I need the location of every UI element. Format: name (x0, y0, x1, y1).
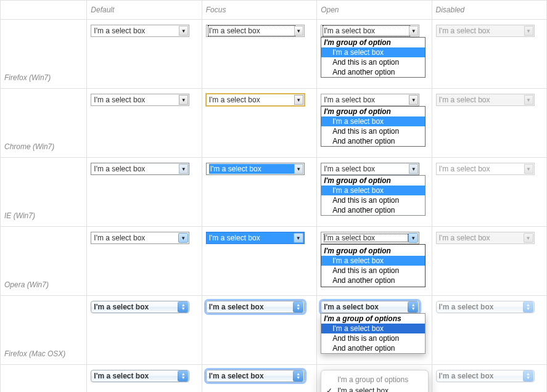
dropdown-arrow-icon[interactable] (409, 95, 418, 105)
stepper-icon: ▲▼ (523, 301, 533, 312)
select-text: I'm a select box (209, 303, 293, 311)
optgroup-label: I'm group of option (321, 38, 425, 47)
row-label-chrome-macosx: Chrome (Mac OSX) (1, 365, 87, 393)
select-text: I'm a select box (439, 96, 524, 104)
select-box[interactable]: I'm a select box▲▼ (91, 301, 189, 313)
select-text: I'm a select box (324, 27, 409, 35)
option[interactable]: And another option (321, 67, 425, 77)
dropdown-arrow-icon (524, 95, 533, 105)
stepper-icon: ▲▼ (523, 370, 533, 382)
option[interactable]: And another option (321, 205, 425, 215)
dropdown-arrow-icon[interactable] (409, 26, 418, 36)
option[interactable]: I'm a select box (321, 324, 425, 333)
select-text: I'm a select box (439, 165, 524, 173)
stepper-icon[interactable]: ▲▼ (293, 301, 303, 312)
option[interactable]: And this is an option (321, 333, 425, 343)
select-text: I'm a select box (324, 234, 408, 242)
dropdown-list[interactable]: I'm group of option I'm a select box And… (321, 37, 426, 78)
select-text: I'm a select box (324, 96, 409, 104)
select-box[interactable]: I'm a select box (91, 232, 189, 244)
row-label-chrome-win7: Chrome (Win7) (1, 89, 87, 158)
select-box[interactable]: I'm a select box▲▼ (206, 301, 305, 313)
optgroup-label: I'm group of option (321, 246, 425, 256)
col-open: Open (317, 1, 432, 20)
select-box[interactable]: I'm a select box (206, 232, 305, 244)
option[interactable]: I'm a select box (321, 256, 425, 266)
option[interactable]: And this is an option (321, 126, 425, 136)
dropdown-arrow-icon[interactable] (294, 95, 303, 105)
option[interactable]: And this is an option (321, 195, 425, 205)
row-label-opera-win7: Opera (Win7) (1, 227, 87, 296)
select-box-disabled: I'm a select box (436, 163, 535, 175)
option[interactable]: And another option (321, 276, 425, 285)
stepper-icon[interactable]: ▲▼ (293, 370, 303, 382)
dropdown-arrow-icon[interactable] (294, 26, 303, 36)
select-text: I'm a select box (209, 96, 294, 104)
select-text: I'm a select box (209, 234, 294, 242)
dropdown-arrow-icon[interactable] (179, 95, 188, 105)
select-text: I'm a select box (324, 165, 409, 173)
option[interactable]: And this is an option (321, 57, 425, 67)
select-box[interactable]: I'm a select box▲▼ (91, 370, 189, 382)
select-text: I'm a select box (439, 372, 523, 380)
option[interactable]: And another option (321, 343, 425, 353)
option[interactable]: And this is an option (321, 266, 425, 276)
select-text: I'm a select box (94, 27, 179, 35)
dropdown-list[interactable]: I'm group of option I'm a select box And… (321, 106, 426, 147)
stepper-icon[interactable]: ▲▼ (408, 301, 418, 312)
select-box[interactable]: I'm a select box▲▼ (206, 370, 305, 382)
dropdown-arrow-icon[interactable] (294, 233, 303, 243)
select-text: I'm a select box (94, 303, 178, 311)
dropdown-arrow-icon[interactable] (179, 26, 188, 36)
select-text: I'm a select box (94, 234, 178, 242)
optgroup-label: I'm group of option (321, 107, 425, 116)
dropdown-arrow-icon (524, 164, 533, 174)
row-label-firefox-win7: Firefox (Win7) (1, 20, 87, 89)
col-disabled: Disabled (432, 1, 546, 20)
select-box[interactable]: I'm a select box (206, 163, 305, 175)
col-default: Default (87, 1, 202, 20)
dropdown-list[interactable]: I'm a group of options I'm a select box … (321, 313, 426, 354)
stepper-icon[interactable]: ▲▼ (178, 301, 188, 312)
select-text: I'm a select box (209, 27, 294, 35)
select-box[interactable]: I'm a select box▲▼ (321, 301, 419, 313)
dropdown-arrow-icon[interactable] (179, 164, 188, 174)
dropdown-arrow-icon[interactable] (408, 233, 418, 243)
optgroup-label: I'm group of option (321, 176, 425, 186)
select-box[interactable]: I'm a select box (206, 25, 305, 37)
select-box-disabled: I'm a select box▲▼ (436, 370, 535, 382)
select-box[interactable]: I'm a select box (321, 232, 419, 244)
select-box-disabled: I'm a select box▲▼ (436, 301, 535, 313)
dropdown-arrow-icon[interactable] (178, 233, 188, 243)
stepper-icon[interactable]: ▲▼ (178, 370, 188, 382)
dropdown-arrow-icon[interactable] (409, 164, 418, 174)
dropdown-popup[interactable]: I'm a group of options I'm a select box … (321, 370, 429, 392)
select-box[interactable]: I'm a select box (321, 25, 419, 37)
select-text: I'm a select box (94, 372, 178, 380)
comparison-table: Default Focus Open Disabled Firefox (Win… (0, 0, 547, 392)
select-box-disabled: I'm a select box (436, 232, 535, 244)
option[interactable]: I'm a select box (321, 385, 428, 392)
select-text: I'm a select box (324, 303, 408, 311)
option[interactable]: I'm a select box (321, 116, 425, 126)
select-box[interactable]: I'm a select box (321, 163, 419, 175)
select-box[interactable]: I'm a select box (91, 163, 189, 175)
select-box[interactable]: I'm a select box (206, 94, 305, 106)
option[interactable]: I'm a select box (321, 47, 425, 57)
select-box-disabled: I'm a select box (436, 25, 535, 37)
dropdown-arrow-icon[interactable] (294, 164, 303, 174)
select-text: I'm a select box (439, 303, 523, 311)
select-text: I'm a select box (94, 165, 179, 173)
col-focus: Focus (202, 1, 316, 20)
select-box[interactable]: I'm a select box (91, 94, 189, 106)
dropdown-list[interactable]: I'm group of option I'm a select box And… (321, 175, 426, 216)
select-box[interactable]: I'm a select box (91, 25, 189, 37)
dropdown-list[interactable]: I'm group of option I'm a select box And… (321, 244, 426, 287)
option[interactable]: And another option (321, 136, 425, 146)
row-label-ie-win7: IE (Win7) (1, 158, 87, 227)
option[interactable]: I'm a select box (321, 186, 425, 195)
row-label-firefox-macosx: Firefox (Mac OSX) (1, 296, 87, 365)
select-text: I'm a select box (209, 164, 294, 174)
select-box[interactable]: I'm a select box (321, 94, 419, 106)
select-text: I'm a select box (209, 372, 293, 380)
